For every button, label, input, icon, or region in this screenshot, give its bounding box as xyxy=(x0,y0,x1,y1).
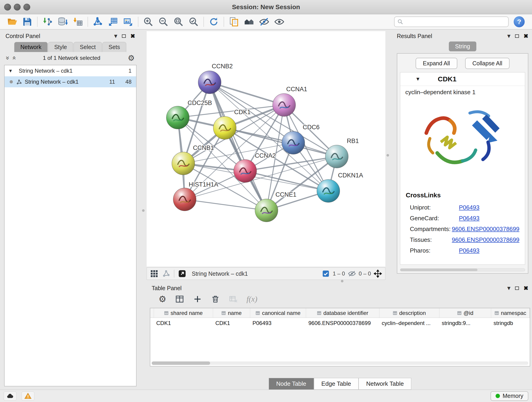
network-node-CCNE1[interactable] xyxy=(255,199,278,222)
results-horizontal-scrollbar[interactable] xyxy=(400,268,525,271)
selected-checkbox-icon[interactable] xyxy=(322,269,330,278)
panel-menu-icon[interactable]: ▾ xyxy=(507,33,510,39)
cloud-status-icon[interactable] xyxy=(4,391,17,401)
add-column-icon[interactable] xyxy=(193,294,202,304)
float-panel-icon[interactable] xyxy=(515,34,519,38)
close-panel-icon[interactable]: ✖ xyxy=(130,33,135,39)
network-node-CCNA2[interactable] xyxy=(234,160,257,182)
scrollbar-thumb[interactable] xyxy=(152,361,210,365)
export-image-icon[interactable] xyxy=(120,15,136,28)
import-network-from-database-icon[interactable] xyxy=(55,15,70,28)
hide-graphics-details-icon[interactable] xyxy=(257,15,272,28)
zoom-fit-icon[interactable] xyxy=(171,15,186,28)
crosslink-uniprot-link[interactable]: P06493 xyxy=(459,204,480,211)
crosslink-tissues-link[interactable]: 9606.ENSP00000378699 xyxy=(452,236,519,243)
network-from-table-icon[interactable] xyxy=(105,15,120,28)
tab-sets[interactable]: Sets xyxy=(102,42,126,52)
crosslink-genecard-link[interactable]: P06493 xyxy=(459,215,480,222)
cell-name[interactable]: CDK1 xyxy=(213,320,250,326)
open-session-icon[interactable] xyxy=(5,15,20,28)
bottom-splitter-handle[interactable] xyxy=(341,280,343,282)
tab-edge-table[interactable]: Edge Table xyxy=(314,378,359,390)
cell-canonical-name[interactable]: P06493 xyxy=(250,320,306,326)
zoom-out-icon[interactable] xyxy=(156,15,171,28)
column-header-@id[interactable]: @id xyxy=(439,308,491,318)
network-node-CCNB1[interactable] xyxy=(172,152,195,175)
scrollbar-thumb[interactable] xyxy=(400,269,477,271)
cell-database-identifier[interactable]: 9606.ENSP00000378699 xyxy=(306,320,380,326)
tab-style[interactable]: Style xyxy=(48,42,73,52)
tab-network[interactable]: Network xyxy=(14,42,48,52)
import-network-from-file-icon[interactable] xyxy=(40,15,55,28)
tree-row-network[interactable]: String Network – cdk11148 xyxy=(5,76,136,87)
zoom-in-icon[interactable] xyxy=(141,15,156,28)
network-node-RB1[interactable] xyxy=(325,145,348,168)
hidden-eye-slash-icon[interactable] xyxy=(348,269,356,278)
zoom-selected-icon[interactable] xyxy=(186,15,201,28)
collapse-protein-icon[interactable]: ▼ xyxy=(415,76,420,82)
pan-move-icon[interactable] xyxy=(374,269,382,278)
show-columns-icon[interactable] xyxy=(175,294,184,304)
crosslink-pharos-link[interactable]: P06493 xyxy=(459,247,480,254)
column-header-namespac[interactable]: namespac xyxy=(491,308,530,318)
minimize-button[interactable] xyxy=(14,4,21,11)
tab-node-table[interactable]: Node Table xyxy=(269,378,314,390)
column-header-description[interactable]: description xyxy=(380,308,439,318)
column-header-canonical-name[interactable]: canonical name xyxy=(250,308,306,318)
cell-description[interactable]: cyclin–dependent ... xyxy=(380,320,439,326)
network-canvas[interactable]: CCNB2CCNA1CDC25BCDK1CDC6RB1CCNB1CCNA2CDK… xyxy=(147,31,385,267)
tab-select[interactable]: Select xyxy=(74,42,102,52)
column-header-database-identifier[interactable]: database identifier xyxy=(306,308,380,318)
new-network-icon[interactable] xyxy=(90,15,105,28)
crosslink-compartments-link[interactable]: 9606.ENSP00000378699 xyxy=(452,225,519,233)
network-node-CDK1[interactable] xyxy=(213,116,236,139)
column-header-shared-name[interactable]: shared name xyxy=(154,308,213,318)
network-node-CCNB2[interactable] xyxy=(198,71,221,94)
tab-network-table[interactable]: Network Table xyxy=(359,378,411,390)
table-horizontal-scrollbar[interactable] xyxy=(152,361,528,365)
network-node-CDKN1A[interactable] xyxy=(317,179,340,202)
warning-icon[interactable] xyxy=(22,391,34,401)
cell-namespac[interactable]: stringdb xyxy=(491,320,530,326)
column-header-name[interactable]: name xyxy=(213,308,250,318)
network-node-CCNA1[interactable] xyxy=(273,94,296,116)
right-splitter-handle[interactable] xyxy=(386,154,389,157)
close-panel-icon[interactable]: ✖ xyxy=(524,285,528,292)
collapse-all-button[interactable]: Collapse All xyxy=(465,58,510,69)
save-session-icon[interactable] xyxy=(20,15,35,28)
float-panel-icon[interactable] xyxy=(122,34,126,38)
float-panel-icon[interactable] xyxy=(515,287,519,290)
left-splitter-handle[interactable] xyxy=(142,209,145,212)
close-button[interactable] xyxy=(4,4,11,11)
help-button[interactable]: ? xyxy=(514,16,525,27)
memory-button[interactable]: Memory xyxy=(491,391,528,401)
close-panel-icon[interactable]: ✖ xyxy=(524,33,528,39)
panel-menu-icon[interactable]: ▾ xyxy=(507,285,510,291)
network-edge[interactable] xyxy=(185,199,266,211)
panel-menu-icon[interactable]: ▾ xyxy=(114,33,117,39)
collapse-all-networks-icon[interactable]: » xyxy=(10,56,17,60)
network-node-HIST1H1A[interactable] xyxy=(173,188,196,211)
expand-all-button[interactable]: Expand All xyxy=(416,58,457,69)
table-options-gear-icon[interactable]: ⚙ xyxy=(158,295,166,303)
tab-string[interactable]: String xyxy=(449,41,476,51)
cell-@id[interactable]: stringdb:9... xyxy=(439,320,491,326)
cell-shared-name[interactable]: CDK1 xyxy=(154,320,213,326)
table-row[interactable]: CDK1CDK1P064939606.ENSP00000378699cyclin… xyxy=(150,318,530,328)
network-node-CDC25B[interactable] xyxy=(166,106,189,129)
zoom-button[interactable] xyxy=(23,4,30,11)
import-table-icon[interactable] xyxy=(70,15,85,28)
birdseye-grid-icon[interactable] xyxy=(150,269,158,278)
open-in-browser-icon[interactable] xyxy=(178,269,186,278)
search-input[interactable] xyxy=(405,19,505,25)
tree-row-collection[interactable]: ▼String Network – cdk11 xyxy=(5,65,136,76)
first-neighbors-icon[interactable] xyxy=(241,15,257,28)
refresh-icon[interactable] xyxy=(206,15,221,28)
network-node-CDC6[interactable] xyxy=(282,131,305,154)
function-builder-icon[interactable]: f(x) xyxy=(247,295,257,303)
network-options-gear-icon[interactable]: ⚙ xyxy=(128,54,135,62)
network-overview-icon[interactable] xyxy=(162,269,170,278)
show-graphics-details-icon[interactable] xyxy=(272,15,287,28)
expand-triangle-icon[interactable]: ▼ xyxy=(8,68,13,74)
delete-column-icon[interactable] xyxy=(211,294,220,304)
